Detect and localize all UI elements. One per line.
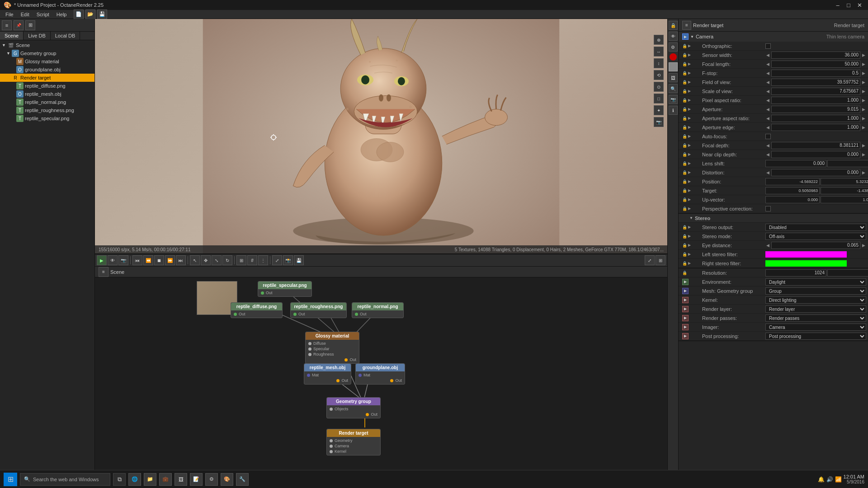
vp-tool-3[interactable]: ↕ [654,58,664,68]
tree-item-groundplane[interactable]: O groundplane.obj [0,66,94,74]
slider-arrow-right[interactable]: ▶ [861,53,866,57]
taskbar-app5[interactable]: 📝 [190,473,203,486]
menu-script[interactable]: Script [33,11,53,18]
node-reptile-mesh[interactable]: reptile_mesh.obj Mat Out [304,363,351,385]
input-target-y[interactable] [821,187,868,194]
checkbox-persp-correction[interactable] [765,206,771,211]
tool-render-out[interactable]: 💾 [294,255,304,265]
tool-expand-node[interactable]: ⤢ [645,255,655,265]
row-lock-icon[interactable]: 🔒 [682,53,687,57]
select-stereo-output[interactable]: Disabled [765,224,866,231]
slider-right-fstop[interactable]: ▶ [861,71,866,75]
toolbar-save[interactable]: 💾 [97,9,107,19]
close-button[interactable]: ✕ [854,0,864,10]
menu-file[interactable]: File [2,11,17,18]
tray-icon-3[interactable]: 📶 [835,476,842,483]
node-glossy-material[interactable]: Glossy material Diffuse Specular Roughne… [305,332,359,364]
slider-left-focal[interactable]: ◀ [765,62,770,66]
tree-item-reptile-mesh[interactable]: O reptile_mesh.obj [0,90,94,98]
input-scale-of-view[interactable] [771,88,860,95]
rp-menu[interactable]: ≡ [682,21,691,30]
slider-right-focal[interactable]: ▶ [861,62,866,66]
select-mesh-geom[interactable]: Group [765,287,866,295]
input-aperture-aspect[interactable] [771,115,860,122]
tray-icon-1[interactable]: 🔔 [818,476,825,483]
input-distortion[interactable] [771,169,860,176]
vp-tool-4[interactable]: ⟲ [654,70,664,80]
left-tool-expand[interactable]: ⊞ [25,20,35,30]
taskbar-app8[interactable]: 🔧 [236,473,249,486]
input-aperture[interactable] [771,106,860,113]
task-view-button[interactable]: ⧉ [113,473,126,486]
select-environment[interactable]: Daylight [765,278,866,286]
color-right-stereo[interactable] [765,260,847,267]
slider-left-fstop[interactable]: ◀ [765,71,770,75]
node-geometry-group[interactable]: Geometry group Objects Out [326,397,381,418]
tool-screenshot[interactable]: 📸 [283,255,293,265]
input-res-h[interactable] [827,269,868,277]
tool-fullscreen-viewport[interactable]: ⊞ [656,255,665,265]
node-render-target[interactable]: Render target Geometry Camera Kernel [326,429,381,455]
select-stereo-mode[interactable]: Off-axis [765,233,866,240]
input-sensor-width[interactable] [771,52,860,59]
rvt-info[interactable]: ℹ [669,106,678,115]
tool-snap[interactable]: ⊞ [236,255,246,265]
play-prev[interactable]: ⏮ [132,255,142,265]
tray-icon-2[interactable]: 🔊 [826,476,833,483]
tool-select[interactable]: ↖ [190,255,200,265]
node-reptile-diffuse[interactable]: reptile_diffuse.png Out [231,302,283,318]
input-focal-length[interactable] [771,61,860,68]
slider-arrow-left[interactable]: ◀ [765,53,770,57]
tree-item-reptile-diffuse[interactable]: T reptile_diffuse.png [0,82,94,90]
tool-align[interactable]: ⋮ [258,255,268,265]
tree-item-glossymat[interactable]: M Glossy material [0,57,94,66]
tool-rotate[interactable]: ↻ [222,255,232,265]
input-lens-shift-y[interactable] [827,160,868,167]
render-button[interactable]: ▶ [97,255,107,265]
input-aperture-edge[interactable] [771,124,860,131]
node-groundplane[interactable]: groundplane.obj Mat Out [355,363,405,385]
vp-tool-camera[interactable]: 📷 [654,117,664,127]
tree-item-geomgroup[interactable]: ▼ G Geometry group [0,49,94,57]
tab-livedb[interactable]: Live DB [24,32,51,40]
input-eye-distance[interactable] [771,242,860,249]
camera-section-header[interactable]: ▶ ▼ Camera Thin lens camera [679,32,868,42]
maximize-button[interactable]: □ [844,0,854,10]
vp-tool-5[interactable]: ⊙ [654,82,664,92]
vp-tool-1[interactable]: ⊕ [654,35,664,45]
taskbar-chrome[interactable]: 🌐 [128,473,141,486]
input-position-x[interactable] [765,178,820,185]
input-lens-shift-x[interactable] [765,160,826,167]
rvt-zoom[interactable]: 🔍 [669,84,678,93]
tool-view[interactable]: 👁 [108,255,118,265]
input-fstop[interactable] [771,70,860,77]
input-res-w[interactable] [765,269,826,277]
input-up-x[interactable] [765,196,820,203]
input-focal-depth[interactable] [771,142,860,149]
taskbar-app7[interactable]: 🎨 [221,473,233,486]
rvt-color[interactable] [669,62,678,71]
tree-item-rendertarget[interactable]: R Render target [0,74,94,82]
minimize-button[interactable]: – [833,0,843,10]
select-kernel[interactable]: Direct lighting [765,296,866,304]
select-render-layer[interactable]: Render layer [765,305,866,313]
taskbar-app4[interactable]: 🖼 [175,473,187,486]
select-render-passes[interactable]: Render passes [765,314,866,322]
tool-move[interactable]: ✥ [201,255,211,265]
rvt-render-dot[interactable] [670,53,677,61]
play-next[interactable]: ⏭ [176,255,186,265]
select-post-processing[interactable]: Post processing [765,333,866,340]
node-editor-menu[interactable]: ≡ [99,267,108,277]
select-imager[interactable]: Camera [765,324,866,331]
rvt-lock[interactable]: 🔒 [669,21,678,30]
rvt-settings[interactable]: ⚙ [669,42,678,52]
tree-item-scene[interactable]: ▼ 🎬 Scene [0,41,94,49]
tree-item-reptile-specular[interactable]: T reptile_specular.png [0,114,94,122]
tree-item-reptile-roughness[interactable]: T reptile_roughness.png [0,106,94,114]
toolbar-new[interactable]: 📄 [74,9,84,19]
tool-camera[interactable]: 📷 [118,255,128,265]
taskbar-app3[interactable]: 💼 [159,473,172,486]
tool-grid[interactable]: # [247,255,257,265]
tab-scene[interactable]: Scene [0,32,24,40]
node-editor-tab[interactable]: Scene [110,269,124,275]
